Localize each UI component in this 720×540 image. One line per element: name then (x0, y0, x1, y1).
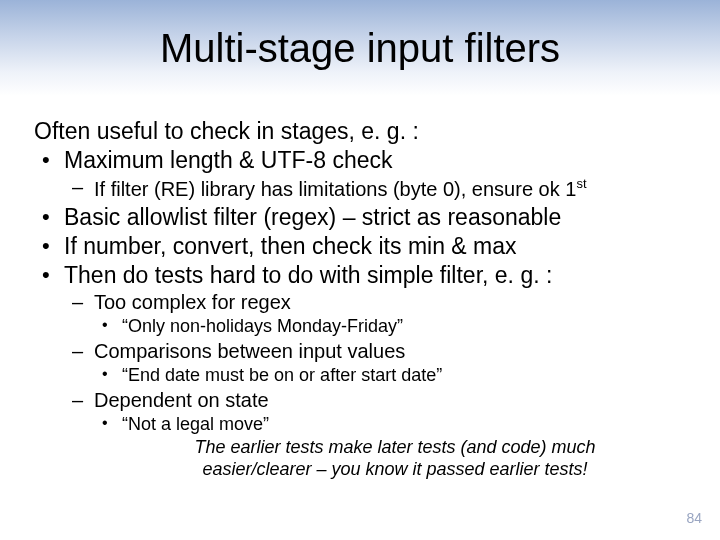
bullet-text: Dependent on state (94, 389, 269, 411)
closing-line2: easier/clearer – you know it passed earl… (202, 459, 587, 479)
bullet-text: “End date must be on or after start date… (122, 365, 442, 385)
superscript: st (576, 176, 586, 191)
bullet-text: Too complex for regex (94, 291, 291, 313)
bullet-level1: If number, convert, then check its min &… (34, 233, 686, 260)
bullet-level1: Then do tests hard to do with simple fil… (34, 262, 686, 289)
bullet-level2: Dependent on state (34, 389, 686, 413)
bullet-level2: Comparisons between input values (34, 340, 686, 364)
bullet-text: If filter (RE) library has limitations (… (94, 178, 576, 200)
slide: Multi-stage input filters Often useful t… (0, 0, 720, 540)
slide-title: Multi-stage input filters (160, 26, 560, 71)
bullet-text: “Not a legal move” (122, 414, 269, 434)
bullet-list: Maximum length & UTF-8 check If filter (… (34, 147, 686, 435)
closing-line1: The earlier tests make later tests (and … (194, 437, 595, 457)
bullet-level1: Maximum length & UTF-8 check (34, 147, 686, 174)
bullet-text: If number, convert, then check its min &… (64, 233, 517, 259)
bullet-text: Then do tests hard to do with simple fil… (64, 262, 552, 288)
page-number: 84 (686, 510, 702, 526)
slide-body: Often useful to check in stages, e. g. :… (0, 96, 720, 480)
bullet-text: Maximum length & UTF-8 check (64, 147, 392, 173)
title-band: Multi-stage input filters (0, 0, 720, 96)
bullet-level2: Too complex for regex (34, 291, 686, 315)
bullet-level3: “Not a legal move” (34, 414, 686, 435)
bullet-text: “Only non-holidays Monday-Friday” (122, 316, 403, 336)
bullet-text: Basic allowlist filter (regex) – strict … (64, 204, 561, 230)
closing-remark: The earlier tests make later tests (and … (34, 437, 686, 479)
bullet-text: Comparisons between input values (94, 340, 405, 362)
bullet-level3: “End date must be on or after start date… (34, 365, 686, 386)
lead-text: Often useful to check in stages, e. g. : (34, 118, 686, 145)
bullet-level2: If filter (RE) library has limitations (… (34, 176, 686, 201)
bullet-level3: “Only non-holidays Monday-Friday” (34, 316, 686, 337)
bullet-level1: Basic allowlist filter (regex) – strict … (34, 204, 686, 231)
